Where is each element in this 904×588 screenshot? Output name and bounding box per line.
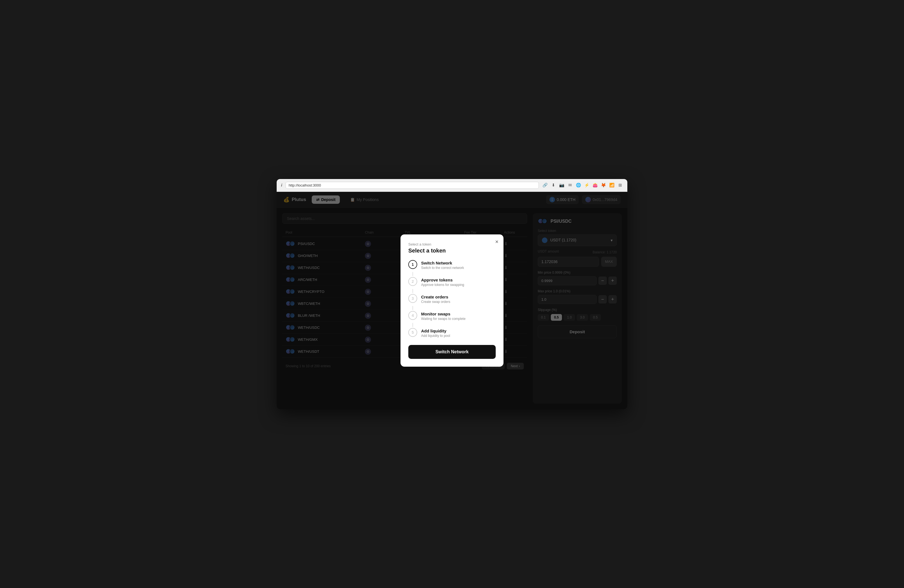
step-subtitle-2: Approve tokens for swapping [421,283,496,287]
step-item: 3 Create orders Create swap orders [408,294,496,304]
camera-icon[interactable]: 📷 [559,182,564,188]
step-item: 2 Approve tokens Approve tokens for swap… [408,277,496,287]
select-token-modal: × Select a token Select a token 1 Switch… [400,234,504,367]
step-subtitle-3: Create swap orders [421,300,496,304]
modal-title: Select a token [408,248,496,254]
step-item: 4 Monitor swaps Waiting for swaps to com… [408,311,496,321]
browser-info-icon: i [281,183,282,187]
step-subtitle-4: Waiting for swaps to complete [421,317,496,321]
step-title-2: Approve tokens [421,278,496,282]
extension-icon-2[interactable]: 🦊 [601,182,606,188]
step-number-1: 1 [408,260,417,269]
step-number-5: 5 [408,328,417,337]
step-divider-2 [412,289,413,293]
browser-window: i http://localhost:3000 🔗 ⬇ 📷 ✉ 🌐 ⚡ 👛 🦊 … [277,179,627,409]
browser-url-bar[interactable]: http://localhost:3000 [286,182,539,189]
step-item: 1 Switch Network Switch to the correct n… [408,260,496,270]
modal-step-3: 3 Create orders Create swap orders [408,294,496,310]
browser-bar: i http://localhost:3000 🔗 ⬇ 📷 ✉ 🌐 ⚡ 👛 🦊 … [277,179,627,192]
wifi-icon[interactable]: 📶 [609,182,615,188]
grid-icon[interactable]: ⊞ [617,182,623,188]
step-title-3: Create orders [421,294,496,299]
modal-step-2: 2 Approve tokens Approve tokens for swap… [408,277,496,293]
modal-step-4: 4 Monitor swaps Waiting for swaps to com… [408,311,496,327]
browser-toolbar-icons: 🔗 ⬇ 📷 ✉ 🌐 ⚡ 👛 🦊 📶 ⊞ [542,182,623,188]
extension-icon-1[interactable]: ⚡ [584,182,589,188]
wallet-icon[interactable]: 👛 [592,182,598,188]
switch-network-button[interactable]: Switch Network [408,345,496,359]
step-divider-4 [412,323,413,327]
step-content-2: Approve tokens Approve tokens for swappi… [421,277,496,287]
bookmark-icon[interactable]: 🔗 [542,182,548,188]
modal-step-5: 5 Add liquidity Add liquidity to pool [408,328,496,338]
modal-step-1: 1 Switch Network Switch to the correct n… [408,260,496,276]
step-content-3: Create orders Create swap orders [421,294,496,304]
app-container: 💰 Plutus ⇄ Deposit 📋 My Positions Ξ 0.00… [277,192,627,409]
step-subtitle-5: Add liquidity to pool [421,334,496,338]
step-title-1: Switch Network [421,261,496,266]
step-title-5: Add liquidity [421,329,496,333]
step-number-3: 3 [408,294,417,303]
step-content-5: Add liquidity Add liquidity to pool [421,328,496,338]
mail-icon[interactable]: ✉ [567,182,573,188]
modal-small-title: Select a token [408,242,496,247]
step-number-2: 2 [408,277,417,286]
modal-steps: 1 Switch Network Switch to the correct n… [408,260,496,338]
step-content-4: Monitor swaps Waiting for swaps to compl… [421,311,496,321]
step-number-4: 4 [408,311,417,320]
globe-icon[interactable]: 🌐 [575,182,581,188]
step-divider-1 [412,272,413,276]
step-content-1: Switch Network Switch to the correct net… [421,260,496,270]
step-item: 5 Add liquidity Add liquidity to pool [408,328,496,338]
modal-overlay[interactable]: × Select a token Select a token 1 Switch… [277,192,627,409]
step-title-4: Monitor swaps [421,311,496,316]
step-subtitle-1: Switch to the correct network [421,266,496,270]
step-divider-3 [412,306,413,310]
download-icon[interactable]: ⬇ [550,182,556,188]
modal-close-button[interactable]: × [495,239,498,245]
